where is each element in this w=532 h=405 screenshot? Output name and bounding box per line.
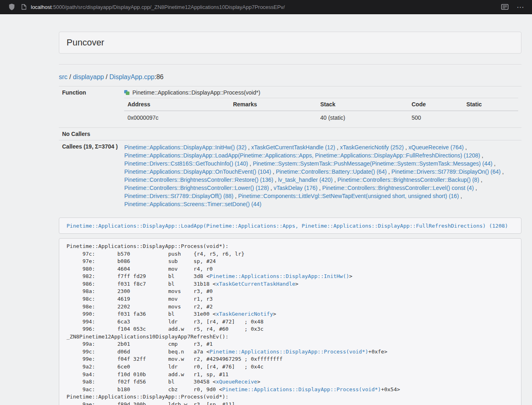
callee-link[interactable]: Pinetime::Drivers::Cst816S::GetTouchInfo…	[124, 160, 248, 167]
stats-header-row: AddressRemarksStackCodeStatic	[124, 98, 518, 111]
stats-cell: 0x0000097c	[124, 111, 230, 125]
callee-link[interactable]: xTaskGenericNotify (252)	[340, 144, 404, 151]
callee-link[interactable]: Pinetime::Controllers::BrightnessControl…	[322, 185, 474, 191]
shield-icon[interactable]	[9, 4, 15, 10]
breadcrumb-separator: /	[104, 73, 109, 80]
callee-separator: ,	[479, 177, 482, 183]
callee-link[interactable]: Pinetime::Controllers::BrightnessControl…	[124, 177, 273, 183]
page-title: Puncover	[67, 37, 514, 48]
stats-column-header: Address	[124, 98, 230, 111]
breadcrumb-item[interactable]: DisplayApp.cpp	[110, 73, 155, 80]
callee-separator: ,	[246, 144, 251, 151]
callee-separator: ,	[271, 168, 276, 175]
function-name-line: Pinetime::Applications::DisplayApp::Proc…	[124, 89, 518, 96]
callee-separator: ,	[464, 144, 467, 151]
divider	[59, 64, 521, 65]
callee-separator: ,	[501, 168, 504, 175]
code-symbol-link[interactable]: Pinetime::Applications::DisplayApp::Init…	[209, 273, 349, 279]
callee-link[interactable]: Pinetime::Controllers::Battery::Update()…	[276, 168, 387, 175]
reader-view-icon[interactable]	[501, 4, 508, 10]
page-icon	[22, 4, 26, 10]
url-path: :5000/path/src/displayapp/DisplayApp.cpp…	[52, 4, 285, 10]
address-bar[interactable]: localhost:5000/path/src/displayapp/Displ…	[31, 4, 285, 10]
code-symbol-link[interactable]: Pinetime::Applications::DisplayApp::Proc…	[209, 349, 368, 355]
overflow-menu-icon[interactable]: ⋯	[517, 3, 525, 11]
stats-column-header: Remarks	[230, 98, 317, 111]
callee-link[interactable]: Pinetime::Controllers::BrightnessControl…	[337, 177, 479, 183]
callees-list: Pinetime::Applications::DisplayApp::Init…	[121, 140, 521, 211]
function-table: Function Pinetime::Applications::Display…	[59, 86, 521, 211]
callee-link[interactable]: Pinetime::Components::LittleVgl::SetNewT…	[238, 193, 459, 199]
breadcrumb-item[interactable]: displayapp	[73, 73, 104, 80]
callee-link[interactable]: Pinetime::Applications::DisplayApp::Init…	[124, 144, 246, 151]
stats-cell	[463, 111, 518, 125]
callee-link[interactable]: Pinetime::Applications::Screens::Timer::…	[124, 201, 261, 207]
callee-separator: ,	[333, 177, 338, 183]
callee-separator: ,	[273, 177, 278, 183]
callee-separator: ,	[269, 185, 274, 191]
callee-separator: ,	[233, 193, 238, 199]
callee-separator: ,	[474, 185, 477, 191]
callee-link[interactable]: Pinetime::System::SystemTask::PushMessag…	[253, 160, 493, 167]
breadcrumb-separator: /	[67, 73, 73, 80]
callee-link[interactable]: Pinetime::Drivers::St7789::DisplayOff() …	[124, 193, 233, 199]
function-row: Function Pinetime::Applications::Display…	[59, 86, 521, 128]
stats-row: 0x0000097c40 (static)500	[124, 111, 518, 125]
callee-separator: ,	[480, 152, 483, 159]
stats-cell: 500	[408, 111, 463, 125]
callee-link[interactable]: xQueueReceive (764)	[409, 144, 464, 151]
highlighted-symbol-link[interactable]: Pinetime::Applications::DisplayApp::Load…	[67, 223, 508, 229]
stats-column-header: Code	[408, 98, 463, 111]
function-icon	[124, 90, 129, 95]
callee-link[interactable]: lv_task_handler (420)	[278, 177, 333, 183]
callee-link[interactable]: Pinetime::Drivers::St7789::DisplayOn() (…	[392, 168, 501, 175]
callee-separator: ,	[404, 144, 409, 151]
callee-separator: ,	[335, 144, 340, 151]
stats-column-header: Stack	[317, 98, 408, 111]
url-host: localhost	[31, 4, 52, 10]
breadcrumb-line-number: :86	[155, 73, 164, 80]
breadcrumb: src / displayapp / DisplayApp.cpp:86	[59, 73, 521, 81]
main-content: Puncover src / displayapp / DisplayApp.c…	[59, 32, 521, 405]
callee-separator: ,	[317, 185, 322, 191]
code-symbol-link[interactable]: Pinetime::Applications::DisplayApp::Proc…	[222, 386, 381, 392]
function-name: Pinetime::Applications::DisplayApp::Proc…	[132, 89, 260, 96]
breadcrumb-item[interactable]: src	[59, 73, 67, 80]
callee-link[interactable]: Pinetime::Applications::DisplayApp::OnTo…	[124, 168, 271, 175]
callee-separator: ,	[248, 160, 253, 167]
no-callers-label: No Callers	[59, 128, 121, 140]
browser-toolbar: localhost:5000/path/src/displayapp/Displ…	[0, 0, 532, 14]
code-symbol-link[interactable]: xQueueReceive	[216, 379, 257, 385]
code-symbol-link[interactable]: xTaskGetCurrentTaskHandle	[216, 281, 295, 287]
no-callers-row: No Callers	[59, 128, 521, 140]
callee-link[interactable]: Pinetime::Applications::DisplayApp::Load…	[124, 152, 480, 159]
highlighted-symbol-panel: Pinetime::Applications::DisplayApp::Load…	[59, 218, 521, 234]
code-symbol-link[interactable]: xTaskGenericNotify	[216, 311, 273, 317]
function-label: Function	[59, 86, 121, 128]
function-stats-table: AddressRemarksStackCodeStatic 0x0000097c…	[124, 98, 518, 125]
callee-link[interactable]: vTaskDelay (176)	[274, 185, 317, 191]
callee-separator: ,	[492, 160, 495, 167]
callee-link[interactable]: Pinetime::Controllers::BrightnessControl…	[124, 185, 269, 191]
app-header: Puncover	[59, 32, 521, 54]
callee-separator: ,	[459, 193, 462, 199]
stats-column-header: Static	[463, 98, 518, 111]
callees-row: Callees (19, Σ=3704 ) Pinetime::Applicat…	[59, 140, 521, 211]
stats-cell	[230, 111, 317, 125]
stats-cell: 40 (static)	[317, 111, 408, 125]
callees-label: Callees (19, Σ=3704 )	[59, 140, 121, 211]
callee-separator: ,	[387, 168, 392, 175]
callee-link[interactable]: xTaskGetCurrentTaskHandle (12)	[251, 144, 335, 151]
disassembly-block: Pinetime::Applications::DisplayApp::Proc…	[59, 238, 521, 405]
